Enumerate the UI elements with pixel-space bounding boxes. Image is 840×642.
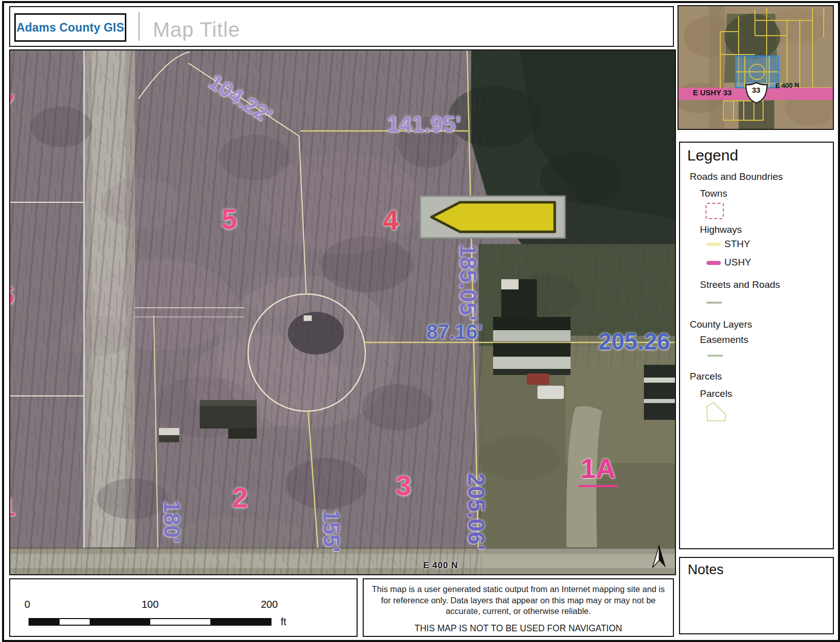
disclaimer-line-3: accurate, current, or otherwise reliable… — [369, 606, 668, 617]
legend-item-streets: Streets and Roads — [700, 279, 780, 290]
parcels-swatch-icon — [706, 402, 728, 423]
disclaimer-panel: This map is a user generated static outp… — [363, 578, 674, 637]
lot-number-3: 3 — [395, 469, 411, 502]
inset-shield-number: 33 — [752, 86, 761, 94]
disclaimer-line-1: This map is a user generated static outp… — [369, 584, 668, 595]
dim-label-87-16: 87.16' — [426, 320, 482, 343]
scalebar-panel: 0 100 200 ft — [9, 578, 358, 637]
arrow-marker — [420, 196, 565, 238]
legend-item-parcels: Parcels — [700, 388, 732, 399]
dim-label-180: 180' — [159, 500, 184, 543]
header-panel: Adams County GIS Map Title — [9, 6, 674, 47]
legend-panel: Legend Roads and Boundries Towns Highway… — [679, 142, 834, 549]
road-label-e400n: E 400 N — [423, 560, 458, 571]
legend-item-easements: Easements — [700, 334, 748, 345]
disclaimer-text: This map is a user generated static outp… — [369, 584, 668, 617]
ushy-swatch-icon — [707, 261, 721, 265]
inset-highway-label: E USHY 33 — [693, 88, 731, 97]
sthy-swatch-icon — [707, 243, 721, 246]
scale-tick-100: 100 — [142, 599, 158, 610]
lot-number-4: 4 — [383, 203, 398, 236]
scale-tick-0: 0 — [24, 599, 30, 610]
scale-tick-200: 200 — [261, 599, 278, 610]
dim-label-205-06: 205.06' — [463, 473, 490, 550]
agency-name: Adams County GIS — [16, 21, 124, 35]
dim-label-185-05: 185.05' — [454, 244, 482, 321]
dim-label-141-95: 141.95' — [387, 112, 460, 137]
inset-imagery — [679, 6, 833, 129]
gis-map-page: Adams County GIS Map Title — [0, 0, 840, 642]
towns-swatch-icon — [706, 203, 724, 219]
map-title: Map Title — [153, 18, 240, 41]
edge-lot-number-6: 6 — [9, 280, 14, 310]
dim-label-205-26: 205.26 — [599, 328, 670, 355]
dim-label-155: 155' — [318, 510, 344, 552]
streets-swatch-icon — [707, 302, 722, 304]
legend-group-county: County Layers — [690, 319, 752, 330]
legend-title: Legend — [687, 147, 738, 164]
scale-unit: ft — [281, 616, 286, 628]
edge-lot-number-1: 1 — [9, 491, 15, 522]
legend-group-parcels: Parcels — [690, 371, 722, 382]
legend-item-ushy: USHY — [724, 257, 751, 268]
locator-inset-map: E USHY 33 33 E 400 N — [678, 5, 834, 130]
notes-panel: Notes — [679, 557, 834, 634]
scale-bar — [29, 618, 272, 626]
navigation-warning: THIS MAP IS NOT TO BE USED FOR NAVIGATIO… — [369, 623, 668, 634]
main-map: 104.22' 141.95' 185.05' 87.16' 205.26 20… — [9, 49, 676, 575]
header-divider — [139, 12, 140, 41]
agency-logo-box: Adams County GIS — [14, 13, 126, 42]
lot-number-2: 2 — [232, 481, 248, 514]
inset-road-label: E 400 N — [775, 81, 799, 90]
lot-number-5: 5 — [221, 202, 237, 235]
legend-item-sthy: STHY — [724, 238, 750, 250]
lot-number-1a: 1A — [578, 452, 617, 487]
legend-group-roads: Roads and Boundries — [690, 171, 783, 182]
easements-swatch-icon — [708, 355, 723, 357]
legend-item-towns: Towns — [700, 188, 727, 199]
edge-lot-number-7: 7 — [9, 89, 14, 119]
disclaimer-line-2: for reference only. Data layers that app… — [369, 595, 668, 606]
legend-item-highways: Highways — [700, 224, 742, 235]
aerial-imagery — [10, 50, 675, 574]
notes-title: Notes — [688, 562, 724, 578]
